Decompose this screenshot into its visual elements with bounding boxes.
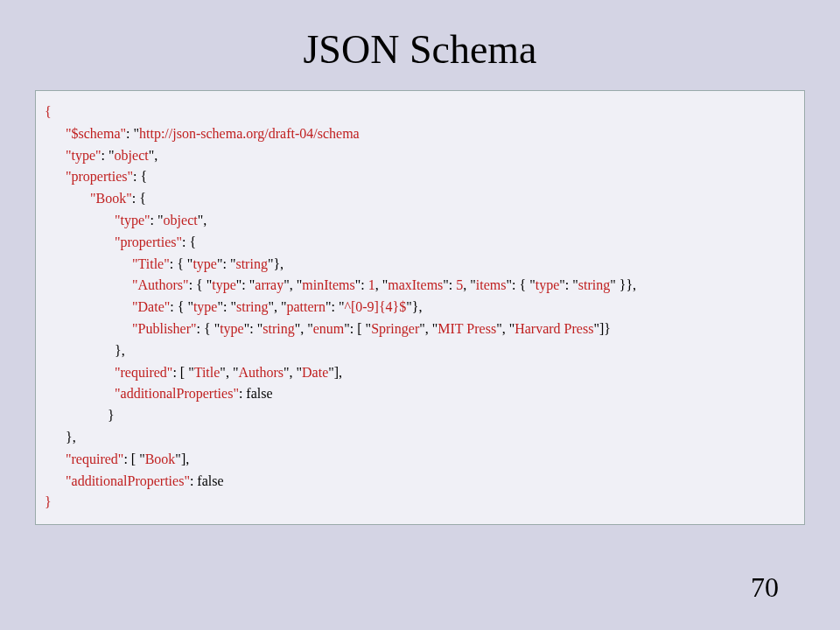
code-line: }, — [45, 427, 795, 449]
code-line: } — [45, 492, 795, 514]
code-line: "type": "object", — [45, 145, 795, 167]
page-number: 70 — [751, 571, 779, 604]
code-line: }, — [45, 340, 795, 362]
code-line: "Date": { "type": "string", "pattern": "… — [45, 297, 795, 318]
code-line: "additionalProperties": false — [45, 383, 795, 405]
code-line: "additionalProperties": false — [45, 471, 795, 493]
code-line: "$schema": "http://json-schema.org/draft… — [45, 123, 795, 145]
code-line: "Authors": { "type": "array", "minItems"… — [45, 275, 795, 297]
code-line: { — [45, 102, 795, 123]
code-line: } — [45, 405, 795, 427]
code-line: "required": [ "Title", "Authors", "Date"… — [45, 362, 795, 384]
code-box: { "$schema": "http://json-schema.org/dra… — [35, 90, 805, 525]
code-line: "properties": { — [45, 166, 795, 188]
code-line: "Book": { — [45, 188, 795, 210]
code-line: "required": [ "Book"], — [45, 449, 795, 471]
slide: JSON Schema { "$schema": "http://json-sc… — [0, 0, 840, 630]
code-line: "type": "object", — [45, 210, 795, 232]
slide-title: JSON Schema — [35, 26, 805, 73]
code-line: "Publisher": { "type": "string", "enum":… — [45, 318, 795, 340]
code-line: "properties": { — [45, 232, 795, 254]
code-line: "Title": { "type": "string"}, — [45, 254, 795, 276]
